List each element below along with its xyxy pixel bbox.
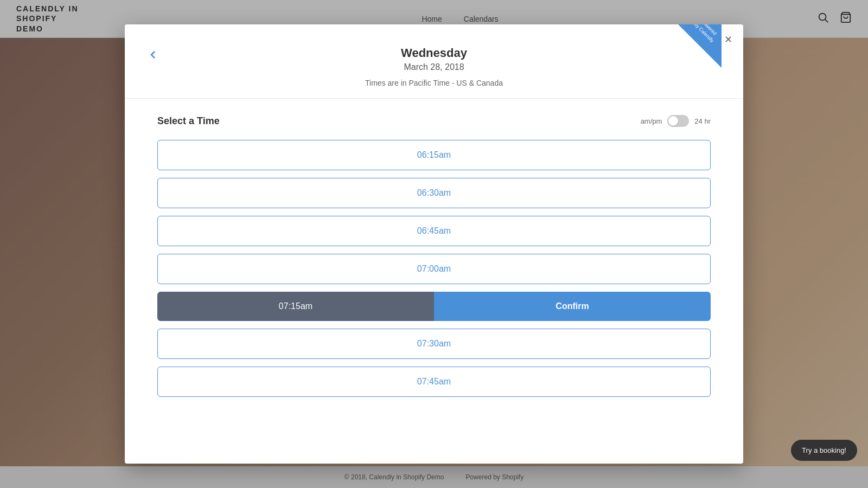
time-slot-0630[interactable]: 06:30am: [157, 178, 711, 208]
modal-date: March 28, 2018: [125, 62, 743, 72]
modal-close-button[interactable]: ✕: [720, 32, 736, 47]
modal-day: Wednesday: [125, 46, 743, 60]
modal-body: Select a Time am/pm 24 hr 06:15am 06:30a…: [125, 99, 743, 464]
time-select-title: Select a Time: [157, 115, 220, 127]
modal-back-button[interactable]: [146, 48, 159, 61]
time-slot-0615[interactable]: 06:15am: [157, 140, 711, 170]
time-slot-selected-row: 07:15am Confirm: [157, 292, 711, 321]
time-slots-list: 06:15am 06:30am 06:45am 07:00am 07:: [157, 140, 711, 397]
time-format-toggle[interactable]: [667, 115, 689, 127]
time-slot-0700[interactable]: 07:00am: [157, 254, 711, 284]
time-slot-0715-selected[interactable]: 07:15am: [157, 292, 434, 321]
time-slot-0645[interactable]: 06:45am: [157, 216, 711, 246]
time-slot-0745[interactable]: 07:45am: [157, 367, 711, 397]
confirm-button[interactable]: Confirm: [434, 292, 711, 321]
modal-overlay: powered by Calendly ✕ Wednesday March 28…: [0, 0, 868, 488]
modal: powered by Calendly ✕ Wednesday March 28…: [125, 24, 743, 464]
time-slot-0730[interactable]: 07:30am: [157, 329, 711, 359]
toggle-ampm-label: am/pm: [641, 117, 662, 125]
toggle-group: am/pm 24 hr: [641, 115, 711, 127]
modal-header: Wednesday March 28, 2018 Times are in Pa…: [125, 24, 743, 99]
time-select-header: Select a Time am/pm 24 hr: [157, 115, 711, 127]
try-booking-button[interactable]: Try a booking!: [791, 440, 857, 461]
toggle-24hr-label: 24 hr: [694, 117, 711, 125]
modal-timezone: Times are in Pacific Time - US & Canada: [125, 79, 743, 87]
powered-badge-text: powered by Calendly: [693, 24, 720, 44]
